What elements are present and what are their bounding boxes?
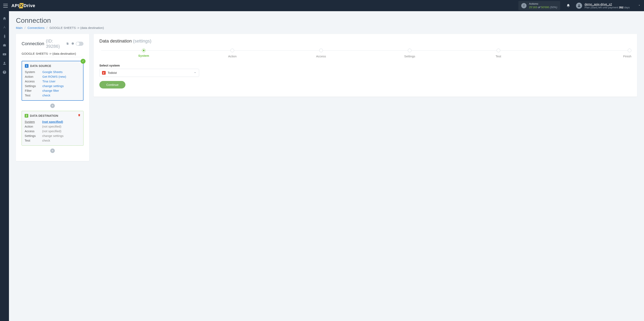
select-system-dropdown[interactable]: Todoist — [99, 69, 199, 77]
connection-subtitle: GOOGLE SHEETS -> (data destination) — [22, 52, 84, 57]
trash-icon[interactable] — [78, 113, 81, 117]
step-test[interactable]: Test — [454, 49, 543, 58]
connection-title: Connection — [22, 41, 44, 46]
user-menu[interactable]: demo_apix-drive_s2 Plan |Start| left unt… — [576, 2, 630, 9]
wizard-stepper: System Action Access Settings Test — [99, 49, 632, 58]
connection-enable-toggle[interactable] — [76, 42, 84, 46]
user-plan: Plan |Start| left until payment 352 days — [584, 6, 630, 9]
todoist-icon — [102, 71, 106, 75]
notifications-icon[interactable] — [566, 4, 570, 8]
rail-briefcase-icon[interactable] — [2, 43, 7, 48]
step-access[interactable]: Access — [277, 49, 366, 58]
check-circle-icon — [81, 59, 86, 64]
logo-drive: Drive — [24, 3, 35, 8]
select-system-label: Select system — [99, 64, 632, 67]
breadcrumb: Main / Connections / GOOGLE SHEETS -> (d… — [16, 26, 637, 29]
actions-label: Actions: — [529, 2, 557, 6]
source-action-link[interactable]: Get ROWS (new) — [42, 75, 66, 78]
step-settings[interactable]: Settings — [366, 49, 454, 58]
user-name: demo_apix-drive_s2 — [584, 2, 630, 6]
add-step-button-1[interactable]: + — [50, 103, 55, 108]
source-system-link[interactable]: Google Sheets — [42, 70, 62, 74]
connection-id: (ID: 39286) — [46, 38, 64, 49]
dest-settings-value: change settings — [42, 134, 64, 137]
step-finish[interactable]: Finish — [543, 49, 632, 58]
gear-icon[interactable] — [71, 42, 74, 46]
logo[interactable]: APIXDrive — [12, 3, 35, 8]
info-icon: i — [521, 3, 526, 8]
dest-badge: 2 — [25, 114, 28, 118]
avatar-icon — [576, 3, 582, 9]
dest-test-value: check — [42, 139, 50, 142]
actions-values: 25'163 of 50'000 (50%) — [529, 6, 557, 9]
logo-api: API — [12, 3, 19, 8]
rail-home-icon[interactable] — [2, 16, 7, 21]
side-rail — [0, 11, 9, 321]
logo-x: X — [19, 3, 24, 8]
actions-summary[interactable]: i Actions: 25'163 of 50'000 (50%) — [518, 1, 560, 10]
dest-system-link[interactable]: (not specified) — [42, 120, 63, 123]
continue-button[interactable]: Continue — [99, 81, 126, 88]
rail-youtube-icon[interactable] — [2, 52, 7, 56]
source-badge: 1 — [25, 64, 28, 68]
settings-panel: Data destination (settings) System Actio… — [94, 34, 637, 97]
data-destination-card[interactable]: 2 DATA DESTINATION System (not specified… — [22, 111, 84, 146]
step-action[interactable]: Action — [188, 49, 277, 58]
breadcrumb-main[interactable]: Main — [16, 26, 22, 29]
rail-billing-icon[interactable] — [2, 34, 7, 39]
breadcrumb-connections[interactable]: Connections — [28, 26, 44, 29]
menu-toggle[interactable] — [3, 4, 8, 7]
chevron-down-icon[interactable] — [638, 4, 641, 7]
source-access-link[interactable]: Tina User — [42, 79, 56, 83]
add-step-button-2[interactable]: + — [50, 148, 55, 153]
source-title: DATA SOURCE — [30, 64, 51, 67]
top-header: APIXDrive i Actions: 25'163 of 50'000 (5… — [0, 0, 644, 11]
dest-access-value: (not specified) — [42, 129, 61, 133]
data-source-card[interactable]: 1 DATA SOURCE System Google Sheets Actio… — [22, 61, 84, 101]
breadcrumb-current: GOOGLE SHEETS -> (data destination) — [50, 26, 104, 29]
dest-action-value: (not specified) — [42, 125, 61, 128]
connection-panel: Connection (ID: 39286) GOOGLE SHEETS -> … — [16, 34, 89, 161]
copy-icon[interactable] — [66, 42, 69, 46]
selected-system-value: Todoist — [108, 71, 117, 74]
source-test-link[interactable]: check — [42, 94, 50, 97]
step-system[interactable]: System — [99, 49, 188, 57]
page-title: Connection — [16, 16, 637, 24]
source-filter-link[interactable]: change filter — [42, 89, 59, 92]
rail-account-icon[interactable] — [2, 61, 7, 65]
source-settings-link[interactable]: change settings — [42, 84, 64, 88]
chevron-down-icon — [194, 71, 196, 75]
rail-help-icon[interactable] — [2, 70, 7, 74]
settings-title: Data destination (settings) — [99, 38, 632, 44]
rail-connections-icon[interactable] — [2, 25, 7, 30]
dest-title: DATA DESTINATION — [30, 114, 58, 117]
